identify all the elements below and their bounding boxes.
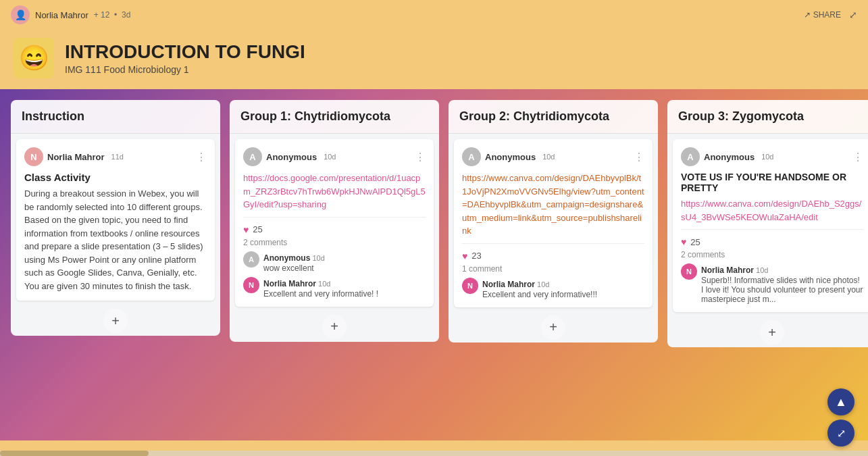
author-avatar: A	[243, 147, 262, 166]
topbar-right: ↗ SHARE ⤢	[804, 9, 857, 20]
comment-avatar: N	[243, 277, 259, 293]
author-name: Anonymous	[485, 152, 536, 162]
scroll-up-button[interactable]: ▲	[827, 388, 854, 415]
column-group2: Group 2: ChytridiomycotaAAnonymous10d⋮ht…	[449, 100, 658, 343]
comment-text: Superb!! Informative slides with nice ph…	[701, 276, 863, 304]
card-author-row: AAnonymous10d⋮	[681, 147, 863, 166]
comment-author-line: Norlia Mahror 10d	[263, 277, 378, 289]
card-link[interactable]: https://docs.google.com/presentation/d/1…	[243, 173, 426, 209]
card-author-info: AAnonymous10d	[681, 147, 773, 166]
board-header: 😄 INTRODUCTION TO FUNGI IMG 111 Food Mic…	[0, 30, 868, 89]
column-header-group2: Group 2: Chytridiomycota	[449, 100, 658, 134]
card-link[interactable]: https://www.canva.com/design/DAEhbyvplBk…	[462, 173, 644, 236]
column-body-group3: AAnonymous10d⋮VOTE US IF YOU'RE HANDSOME…	[667, 134, 868, 347]
board-subtitle: IMG 111 Food Microbiology 1	[65, 64, 305, 75]
comment-avatar: A	[243, 251, 259, 268]
comments-count: 2 comments	[681, 250, 863, 259]
comments-count: 2 comments	[243, 238, 426, 247]
comment-content: Norlia Mahror 10dExcellent and very info…	[263, 277, 378, 299]
topbar-left: 👤 Norlia Mahror + 12 • 3d	[11, 5, 130, 24]
heart-icon[interactable]: ♥	[462, 251, 467, 261]
like-count: 25	[253, 224, 262, 234]
column-header-group1: Group 1: Chytridiomycota	[230, 100, 439, 134]
card-menu-icon[interactable]: ⋮	[415, 151, 426, 163]
card-title: Class Activity	[24, 172, 207, 183]
comment-content: Anonymous 10dwow excellent	[263, 251, 325, 273]
comment-text: Excellent and very informative! !	[263, 289, 378, 299]
author-name: Anonymous	[704, 152, 755, 162]
card-author-row: NNorlia Mahror11d⋮	[24, 147, 207, 166]
column-header-instruction: Instruction	[11, 100, 220, 134]
comment-time: 10d	[310, 254, 324, 262]
comment-row: NNorlia Mahror 10dExcellent and very inf…	[462, 278, 644, 299]
comment-row: NNorlia Mahror 10dSuperb!! Informative s…	[681, 263, 863, 304]
column-header-group3: Group 3: Zygomycota	[667, 100, 868, 134]
comment-author-name: Anonymous	[263, 253, 310, 263]
comment-text: wow excellent	[263, 263, 325, 273]
card-author-info: AAnonymous10d	[243, 147, 336, 166]
user-avatar: 👤	[11, 5, 30, 24]
comment-author-name: Norlia Mahror	[263, 279, 316, 288]
topbar-meta: + 12 • 3d	[94, 10, 131, 20]
card-author-info: AAnonymous10d	[462, 147, 555, 166]
board-emoji: 😄	[14, 38, 54, 78]
card-menu-icon[interactable]: ⋮	[852, 151, 863, 163]
comment-author-name: Norlia Mahror	[482, 280, 535, 289]
comment-time: 10d	[316, 280, 330, 288]
comment-time: 10d	[754, 266, 768, 274]
expand-icon[interactable]: ⤢	[849, 9, 857, 20]
post-time: 10d	[761, 153, 773, 161]
comment-content: Norlia Mahror 10dExcellent and very info…	[482, 278, 597, 299]
card-link[interactable]: https://www.canva.com/design/DAEhb_S2ggs…	[681, 199, 861, 222]
comment-avatar: N	[462, 278, 478, 294]
card-menu-icon[interactable]: ⋮	[634, 151, 644, 163]
card-instruction-0: NNorlia Mahror11d⋮Class ActivityDuring a…	[16, 139, 215, 301]
card-body-text: During a breakout session in Webex, you …	[24, 187, 207, 293]
column-body-instruction: NNorlia Mahror11d⋮Class ActivityDuring a…	[11, 134, 220, 336]
heart-icon[interactable]: ♥	[681, 236, 686, 247]
post-time: 11d	[111, 153, 124, 161]
author-avatar: N	[24, 147, 43, 166]
board-area: InstructionNNorlia Mahror11d⋮Class Activ…	[0, 89, 868, 440]
comment-author-line: Norlia Mahror 10d	[701, 263, 863, 276]
comment-content: Norlia Mahror 10dSuperb!! Informative sl…	[701, 263, 863, 304]
add-card-button-group3[interactable]: +	[760, 320, 784, 345]
comment-text: Excellent and very informative!!!	[482, 290, 597, 299]
card-divider	[681, 229, 863, 230]
heart-icon[interactable]: ♥	[243, 224, 249, 235]
column-group1: Group 1: ChytridiomycotaAAnonymous10d⋮ht…	[230, 100, 439, 342]
comment-row: AAnonymous 10dwow excellent	[243, 251, 426, 273]
author-name: Norlia Mahror	[47, 152, 105, 162]
author-name: Anonymous	[266, 152, 317, 162]
comment-avatar: N	[681, 263, 697, 280]
like-count: 23	[471, 251, 481, 261]
card-actions: ♥25	[243, 224, 426, 235]
vote-text: VOTE US IF YOU'RE HANDSOME OR PRETTY	[681, 172, 863, 193]
comment-time: 10d	[535, 280, 549, 288]
author-avatar: A	[681, 147, 700, 166]
topbar: 👤 Norlia Mahror + 12 • 3d ↗ SHARE ⤢	[0, 0, 868, 30]
column-body-group2: AAnonymous10d⋮https://www.canva.com/desi…	[449, 134, 658, 343]
card-author-row: AAnonymous10d⋮	[462, 147, 644, 166]
board-title: INTRODUCTION TO FUNGI	[65, 41, 305, 63]
add-card-button-group2[interactable]: +	[541, 315, 565, 340]
share-button[interactable]: ↗ SHARE	[804, 10, 841, 20]
card-author-row: AAnonymous10d⋮	[243, 147, 426, 166]
card-actions: ♥25	[681, 236, 863, 247]
column-group3: Group 3: ZygomycotaAAnonymous10d⋮VOTE US…	[667, 100, 868, 347]
comment-author-line: Anonymous 10d	[263, 251, 325, 263]
author-avatar: A	[462, 147, 481, 166]
topbar-username: Norlia Mahror	[35, 10, 88, 20]
comment-author-name: Norlia Mahror	[701, 265, 754, 275]
add-card-button-instruction[interactable]: +	[103, 309, 128, 333]
card-author-info: NNorlia Mahror11d	[24, 147, 124, 166]
add-card-button-group1[interactable]: +	[322, 315, 347, 339]
card-divider	[462, 243, 644, 244]
card-group2-0: AAnonymous10d⋮https://www.canva.com/desi…	[454, 139, 653, 307]
card-group3-0: AAnonymous10d⋮VOTE US IF YOU'RE HANDSOME…	[673, 139, 868, 312]
post-time: 10d	[542, 153, 555, 161]
like-count: 25	[690, 237, 700, 247]
card-menu-icon[interactable]: ⋮	[196, 151, 207, 163]
card-actions: ♥23	[462, 251, 644, 261]
comments-count: 1 comment	[462, 264, 644, 274]
